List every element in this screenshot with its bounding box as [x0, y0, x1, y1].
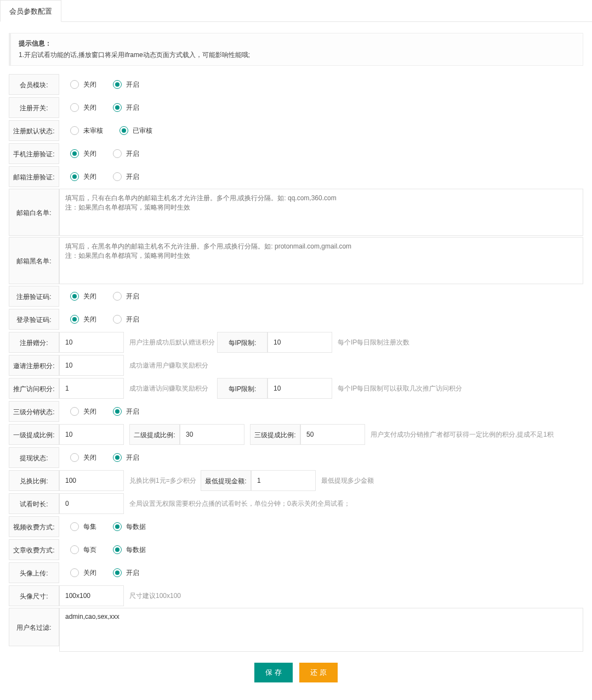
hint-min-withdraw: 最低提现多少金额	[316, 470, 374, 491]
label-withdraw-status: 提现状态:	[9, 447, 59, 468]
hint-promote-visit-points: 成功邀请访问赚取奖励积分	[124, 378, 217, 399]
radio-reg-status-reviewed[interactable]: 已审核	[119, 126, 152, 136]
radio-email-verify-open[interactable]: 开启	[113, 172, 139, 182]
save-button[interactable]: 保 存	[254, 663, 293, 682]
label-phone-reg-verify: 手机注册验证:	[9, 143, 59, 164]
input-min-withdraw[interactable]	[251, 470, 316, 491]
radio-phone-verify-close[interactable]: 关闭	[70, 149, 96, 159]
input-level1-ratio[interactable]	[59, 424, 124, 445]
label-promote-visit-points: 推广访问积分:	[9, 378, 59, 399]
input-preview-duration[interactable]	[59, 493, 124, 514]
label-preview-duration: 试看时长:	[9, 493, 59, 514]
radio-video-per-episode[interactable]: 每集	[70, 522, 96, 532]
label-register-switch: 注册开关:	[9, 97, 59, 118]
label-email-reg-verify: 邮箱注册验证:	[9, 166, 59, 187]
input-avatar-size[interactable]	[59, 585, 124, 606]
label-ip-limit-register: 每IP限制:	[217, 332, 267, 353]
radio-member-module-close[interactable]: 关闭	[70, 80, 96, 89]
label-avatar-upload: 头像上传:	[9, 562, 59, 583]
radio-email-verify-close[interactable]: 关闭	[70, 172, 96, 182]
radio-article-per-page[interactable]: 每页	[70, 545, 96, 555]
label-email-blacklist: 邮箱黑名单:	[9, 237, 59, 284]
radio-member-module-open[interactable]: 开启	[113, 80, 139, 89]
tip-line: 1.开启试看功能的话,播放窗口将采用iframe动态页面方式载入，可能影响性能哦…	[19, 50, 575, 60]
radio-login-captcha-close[interactable]: 关闭	[70, 315, 96, 324]
radio-login-captcha-open[interactable]: 开启	[113, 315, 139, 324]
label-exchange-ratio: 兑换比例:	[9, 470, 59, 491]
radio-withdraw-close[interactable]: 关闭	[70, 453, 96, 462]
radio-reg-status-unreviewed[interactable]: 未审核	[70, 126, 103, 136]
radio-video-per-data[interactable]: 每数据	[113, 522, 146, 532]
tab-member-config[interactable]: 会员参数配置	[0, 0, 61, 22]
radio-register-switch-open[interactable]: 开启	[113, 103, 139, 112]
label-username-filter: 用户名过滤:	[9, 608, 59, 646]
label-email-whitelist: 邮箱白名单:	[9, 189, 59, 236]
label-min-withdraw: 最低提现金额:	[201, 470, 251, 491]
input-level3-ratio[interactable]	[300, 424, 365, 445]
radio-register-switch-close[interactable]: 关闭	[70, 103, 96, 112]
hint-register-points: 用户注册成功后默认赠送积分	[124, 332, 217, 353]
input-ip-limit-promote[interactable]	[267, 378, 332, 399]
hint-level-ratio: 用户支付成功分销推广者都可获得一定比例的积分,提成不足1积	[365, 424, 583, 445]
label-invite-register-points: 邀请注册积分:	[9, 355, 59, 376]
hint-avatar-size: 尺寸建议100x100	[124, 585, 181, 606]
label-register-default-status: 注册默认状态:	[9, 120, 59, 141]
label-three-level-status: 三级分销状态:	[9, 401, 59, 422]
label-register-points: 注册赠分:	[9, 332, 59, 353]
label-level1-ratio: 一级提成比例:	[9, 424, 59, 445]
textarea-email-whitelist[interactable]	[59, 189, 583, 236]
hint-invite-register-points: 成功邀请用户赚取奖励积分	[124, 355, 208, 376]
label-ip-limit-promote: 每IP限制:	[217, 378, 267, 399]
radio-register-captcha-open[interactable]: 开启	[113, 292, 139, 301]
textarea-email-blacklist[interactable]	[59, 237, 583, 284]
input-level2-ratio[interactable]	[180, 424, 244, 445]
hint-ip-limit-register: 每个IP每日限制注册次数	[332, 332, 409, 353]
label-login-captcha: 登录验证码:	[9, 309, 59, 330]
label-article-charge-mode: 文章收费方式:	[9, 539, 59, 560]
hint-exchange-ratio: 兑换比例1元=多少积分	[124, 470, 201, 491]
label-level2-ratio: 二级提成比例:	[129, 424, 180, 445]
tip-title: 提示信息：	[19, 39, 575, 48]
textarea-username-filter[interactable]	[59, 608, 583, 652]
input-exchange-ratio[interactable]	[59, 470, 124, 491]
label-member-module: 会员模块:	[9, 74, 59, 95]
reset-button[interactable]: 还 原	[299, 663, 338, 682]
input-invite-register-points[interactable]	[59, 355, 124, 376]
input-register-points[interactable]	[59, 332, 124, 353]
label-level3-ratio: 三级提成比例:	[250, 424, 300, 445]
radio-withdraw-open[interactable]: 开启	[113, 453, 139, 462]
label-video-charge-mode: 视频收费方式:	[9, 516, 59, 537]
input-promote-visit-points[interactable]	[59, 378, 124, 399]
radio-article-per-data[interactable]: 每数据	[113, 545, 146, 555]
input-ip-limit-register[interactable]	[267, 332, 332, 353]
radio-register-captcha-close[interactable]: 关闭	[70, 292, 96, 301]
label-avatar-size: 头像尺寸:	[9, 585, 59, 606]
radio-phone-verify-open[interactable]: 开启	[113, 149, 139, 159]
hint-ip-limit-promote: 每个IP每日限制可以获取几次推广访问积分	[332, 378, 462, 399]
radio-three-level-open[interactable]: 开启	[113, 407, 139, 416]
tip-message-box: 提示信息： 1.开启试看功能的话,播放窗口将采用iframe动态页面方式载入，可…	[9, 33, 583, 66]
radio-avatar-upload-close[interactable]: 关闭	[70, 568, 96, 578]
hint-preview-duration: 全局设置无权限需要积分点播的试看时长，单位分钟；0表示关闭全局试看；	[124, 493, 350, 514]
label-register-captcha: 注册验证码:	[9, 286, 59, 307]
radio-three-level-close[interactable]: 关闭	[70, 407, 96, 416]
radio-avatar-upload-open[interactable]: 开启	[113, 568, 139, 578]
